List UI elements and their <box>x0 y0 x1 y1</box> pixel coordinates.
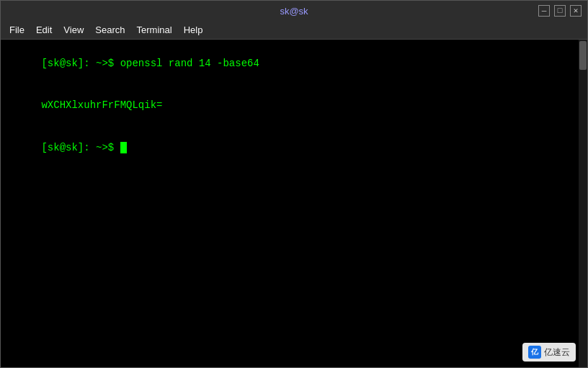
close-button[interactable]: ✕ <box>570 5 582 17</box>
output-1: wXCHXlxuhrFrFMQLqik= <box>41 99 162 111</box>
prompt-1: [sk@sk]: ~>$ <box>41 58 120 69</box>
menu-edit[interactable]: Edit <box>30 23 58 37</box>
terminal-area[interactable]: [sk@sk]: ~>$ openssl rand 14 -base64 wXC… <box>1 40 587 367</box>
title-bar: sk@sk — □ ✕ <box>1 1 587 21</box>
terminal-line-2: wXCHXlxuhrFrFMQLqik= <box>5 85 583 127</box>
menu-view[interactable]: View <box>58 23 89 37</box>
cursor <box>120 142 127 153</box>
menu-search[interactable]: Search <box>89 23 130 37</box>
window-controls: — □ ✕ <box>390 5 582 17</box>
watermark-icon: 亿 <box>528 346 541 359</box>
prompt-2: [sk@sk]: ~>$ <box>41 142 120 153</box>
terminal-line-3: [sk@sk]: ~>$ <box>5 127 583 170</box>
maximize-button[interactable]: □ <box>554 5 566 17</box>
menu-terminal[interactable]: Terminal <box>131 23 178 37</box>
command-1: openssl rand 14 -base64 <box>120 58 259 69</box>
minimize-button[interactable]: — <box>538 5 550 17</box>
scrollbar[interactable] <box>579 40 587 367</box>
terminal-window: sk@sk — □ ✕ File Edit View Search Termin… <box>0 0 588 368</box>
watermark-text: 亿速云 <box>544 346 570 359</box>
terminal-line-1: [sk@sk]: ~>$ openssl rand 14 -base64 <box>5 42 583 85</box>
watermark: 亿 亿速云 <box>522 343 576 362</box>
menu-file[interactable]: File <box>4 23 30 37</box>
menu-bar: File Edit View Search Terminal Help <box>1 21 587 40</box>
menu-help[interactable]: Help <box>178 23 209 37</box>
scrollbar-thumb[interactable] <box>579 41 587 70</box>
window-title: sk@sk <box>198 6 390 17</box>
